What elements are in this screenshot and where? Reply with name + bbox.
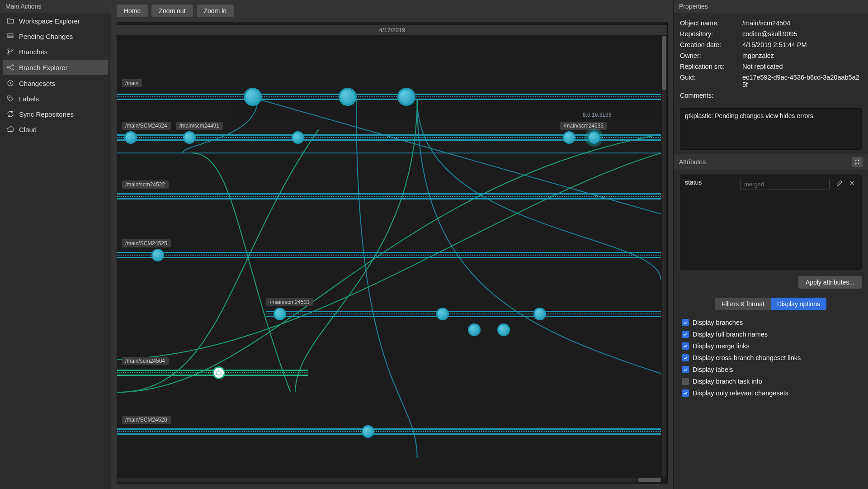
tag-icon [6,95,14,103]
branch-label[interactable]: /main/scm24535 [560,122,607,130]
changeset-node[interactable] [274,308,286,320]
toolbar: Home Zoom out Zoom in [111,0,673,22]
apply-attributes-button[interactable]: Apply attributes... [798,276,862,289]
changeset-node[interactable] [292,131,304,144]
branch-label[interactable]: /main/scm24504 [122,357,169,365]
svg-point-3 [8,53,9,54]
display-option-row[interactable]: Display merge links [682,340,860,352]
branch-label[interactable]: /main/scm24522 [122,180,169,189]
branch-label[interactable]: /main/SCM24525 [122,239,171,247]
checkbox-icon[interactable] [682,378,689,385]
checkbox-icon[interactable] [682,366,689,373]
refresh-attributes-button[interactable] [852,157,863,167]
display-option-row[interactable]: Display full branch names [682,328,860,340]
svg-point-7 [12,69,14,70]
cloud-icon [6,125,14,133]
canvas-inner: /main 8.0.16.3163 /main/SCM24524 /main/s… [117,36,661,477]
display-option-label: Display cross-branch changeset links [693,354,801,361]
display-option-row[interactable]: Display branches [682,317,860,328]
changeset-node[interactable] [183,131,196,144]
branch-label[interactable]: /main/SCM24520 [122,416,171,424]
changeset-node[interactable] [362,425,374,438]
sidebar-header: Main Actions [0,0,111,13]
attribute-value-input[interactable] [740,179,830,190]
sidebar-item-sync-repositories[interactable]: Sync Repositories [0,106,111,122]
display-option-row[interactable]: Display only relevant changesets [682,387,860,399]
sidebar-item-changesets[interactable]: Changesets [0,76,111,91]
sidebar-item-label: Changesets [19,80,55,87]
home-changeset-node[interactable] [212,366,225,379]
prop-key: Object name: [680,19,739,27]
display-option-row[interactable]: Display labels [682,364,860,375]
prop-key: Guid: [680,74,739,88]
sidebar-item-branch-explorer[interactable]: Branch Explorer [3,60,108,75]
zoom-in-button[interactable]: Zoom in [197,5,234,17]
prop-value: codice@skull:9095 [742,30,862,38]
horizontal-scrollbar[interactable] [117,478,661,482]
changeset-node[interactable] [397,88,415,106]
checkbox-icon[interactable] [682,319,689,326]
close-icon[interactable] [848,179,857,188]
prop-key: Repository: [680,30,739,38]
branch-label-main[interactable]: /main [122,79,142,87]
prop-value: Not replicated [742,63,862,70]
sidebar-item-label: Pending Changes [19,33,73,40]
main-area: Home Zoom out Zoom in 4/17/2019 [111,0,674,489]
checkbox-icon[interactable] [682,331,689,338]
changeset-node[interactable] [468,323,481,336]
display-tabs: Filters & format Display options [674,293,868,315]
display-option-row[interactable]: Display cross-branch changeset links [682,352,860,364]
display-option-row[interactable]: Display branch task info [682,375,860,387]
changeset-node[interactable] [497,323,510,336]
display-option-label: Display only relevant changesets [693,389,788,397]
branch-explorer-canvas[interactable]: 4/17/2019 [117,22,668,484]
vertical-scrollbar[interactable] [662,36,666,477]
branch-label[interactable]: /main/SCM24524 [122,122,171,130]
svg-point-2 [8,49,9,50]
changeset-node[interactable] [563,131,576,144]
tab-display-options[interactable]: Display options [771,298,826,310]
changeset-node[interactable] [533,308,546,320]
checkbox-icon[interactable] [682,389,689,397]
prop-value: /main/scm24504 [742,19,862,27]
svg-point-6 [12,65,14,66]
sidebar-item-branches[interactable]: Branches [0,44,111,59]
properties-title: Properties [674,0,868,13]
changeset-node[interactable] [436,308,449,320]
attribute-name: status [685,179,735,186]
sidebar-item-labels[interactable]: Labels [0,91,111,106]
prop-key: Owner: [680,52,739,59]
checkbox-icon[interactable] [682,342,689,350]
home-button[interactable]: Home [117,5,148,17]
folder-icon [6,17,14,25]
changeset-node[interactable] [124,131,137,144]
changeset-node[interactable] [244,88,262,106]
prop-value: ec17e592-d9ac-4536-b6cd-3a20aab5a25f [742,74,862,88]
edit-icon[interactable] [835,179,844,188]
comments-box[interactable]: gtkplastic: Pending changes view hides e… [680,108,862,150]
sidebar: Main Actions Workspace Explorer Pending … [0,0,111,489]
changeset-node-selected[interactable] [588,131,600,144]
zoom-out-button[interactable]: Zoom out [151,5,193,17]
sidebar-item-workspace-explorer[interactable]: Workspace Explorer [0,13,111,28]
prop-key: Comments: [680,92,739,99]
right-panel: Properties Object name:/main/scm24504 Re… [674,0,868,489]
sidebar-item-pending-changes[interactable]: Pending Changes [0,28,111,44]
checkbox-icon[interactable] [682,354,689,361]
svg-point-4 [12,49,13,50]
changeset-node[interactable] [151,249,164,261]
sidebar-item-label: Sync Repositories [19,110,74,118]
sidebar-item-label: Labels [19,95,39,103]
svg-rect-1 [8,36,13,38]
sidebar-item-label: Branch Explorer [19,64,68,71]
sidebar-item-cloud[interactable]: Cloud [0,122,111,137]
prop-key: Replication src: [680,63,739,70]
branch-track [117,193,661,199]
branch-track [117,134,661,141]
changeset-node[interactable] [339,88,357,106]
display-options-list: Display branchesDisplay full branch name… [674,315,868,401]
svg-point-5 [7,67,9,68]
branch-label[interactable]: /main/scm24491 [176,122,223,130]
tab-filters-format[interactable]: Filters & format [715,298,771,310]
branch-label[interactable]: /main/scm24531 [266,298,313,306]
